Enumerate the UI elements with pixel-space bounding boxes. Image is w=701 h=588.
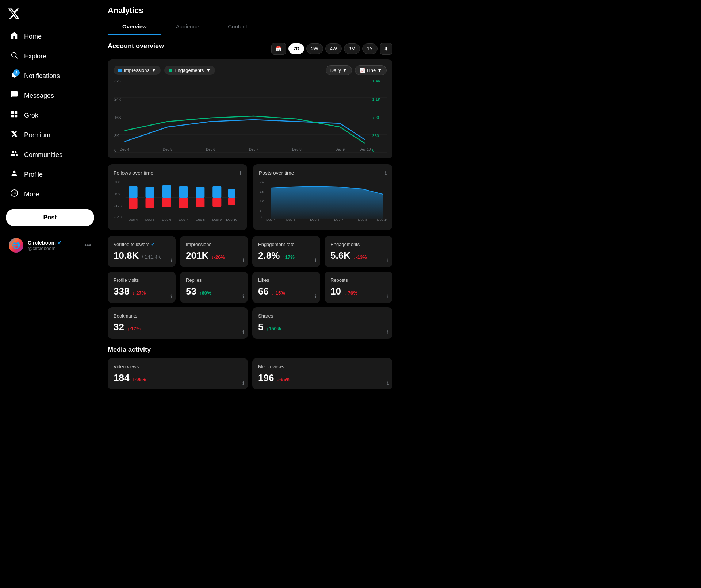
stat-shares: Shares 5 ↑150% ℹ <box>252 307 392 339</box>
tab-overview[interactable]: Overview <box>108 18 161 35</box>
download-button[interactable]: ⬇ <box>380 43 392 55</box>
time-btn-1y[interactable]: 1Y <box>362 43 378 54</box>
svg-rect-45 <box>196 187 204 198</box>
svg-text:Dec 5: Dec 5 <box>163 147 172 151</box>
sidebar-label-grok: Grok <box>24 112 38 119</box>
posts-area-chart: 24 18 12 6 0 Dec 4 <box>259 179 387 223</box>
svg-rect-44 <box>179 198 188 208</box>
svg-text:Dec 4: Dec 4 <box>120 147 129 151</box>
time-btn-3m[interactable]: 3M <box>344 43 360 54</box>
sidebar-item-more[interactable]: More <box>3 185 97 204</box>
stat-impressions: Impressions 201K ↓-26% ℹ <box>180 236 248 267</box>
svg-rect-39 <box>146 187 154 198</box>
logo[interactable] <box>0 3 100 25</box>
tab-content[interactable]: Content <box>213 18 262 35</box>
stat-video-views: Video views 184 ↓-95% ℹ <box>108 358 248 389</box>
info-icon-imp[interactable]: ℹ <box>242 258 244 264</box>
time-btn-2w[interactable]: 2W <box>306 43 323 54</box>
sidebar-label-explore: Explore <box>24 53 46 60</box>
posts-info[interactable]: ℹ <box>385 170 387 176</box>
legend-engagements[interactable]: Engagements ▼ <box>164 66 215 75</box>
svg-text:16K: 16K <box>114 115 122 120</box>
svg-text:6: 6 <box>260 208 261 212</box>
info-icon-er[interactable]: ℹ <box>315 258 317 264</box>
legend-impressions[interactable]: Impressions ▼ <box>114 66 161 75</box>
svg-rect-37 <box>129 186 138 198</box>
grok-icon <box>10 110 18 120</box>
svg-text:18: 18 <box>260 189 264 193</box>
posts-title: Posts over time <box>259 170 294 176</box>
svg-text:Dec 5: Dec 5 <box>286 218 296 221</box>
sidebar-item-home[interactable]: Home <box>3 27 97 46</box>
tab-audience[interactable]: Audience <box>161 18 214 35</box>
info-icon-rp[interactable]: ℹ <box>387 293 389 299</box>
daily-button[interactable]: Daily ▼ <box>326 65 352 75</box>
svg-rect-46 <box>196 198 204 207</box>
line-chart: 32K 24K 16K 8K 0 1.4K 1.1K 700 350 0 Dec… <box>114 80 387 153</box>
sidebar-item-notifications[interactable]: 2Notifications <box>3 66 97 85</box>
info-icon-eng[interactable]: ℹ <box>387 258 389 264</box>
svg-text:Dec 4: Dec 4 <box>129 218 138 221</box>
time-btn-7d[interactable]: 7D <box>288 43 304 54</box>
verified-badge: ✔ <box>57 240 62 246</box>
impressions-chevron: ▼ <box>152 68 156 73</box>
svg-text:24K: 24K <box>114 97 122 101</box>
chart-options: Daily ▼ 📈 Line ▼ <box>326 65 387 75</box>
svg-text:Dec 9: Dec 9 <box>335 147 345 151</box>
svg-text:0: 0 <box>260 215 261 219</box>
svg-line-1 <box>16 57 18 58</box>
stat-row-2: Profile visits 338 ↓-27% ℹ Replies 53 ↑6… <box>108 272 392 303</box>
info-icon-vf[interactable]: ℹ <box>170 258 172 264</box>
sidebar-label-home: Home <box>24 33 42 41</box>
chart-controls: Impressions ▼ Engagements ▼ Daily ▼ 📈 Li… <box>114 65 387 75</box>
sidebar-item-profile[interactable]: Profile <box>3 165 97 184</box>
sidebar-item-communities[interactable]: Communities <box>3 145 97 164</box>
stat-bookmarks: Bookmarks 32 ↓-17% ℹ <box>108 307 248 339</box>
svg-text:Dec 5: Dec 5 <box>145 218 155 221</box>
home-icon <box>10 31 18 42</box>
info-icon-vv[interactable]: ℹ <box>242 380 244 386</box>
info-icon-mv[interactable]: ℹ <box>387 380 389 386</box>
sidebar-item-explore[interactable]: Explore <box>3 47 97 66</box>
profile-more-dots[interactable]: ••• <box>84 242 91 249</box>
info-icon-lik[interactable]: ℹ <box>315 293 317 299</box>
impressions-dot <box>118 69 122 72</box>
engagements-chevron: ▼ <box>206 68 211 73</box>
follows-bar-chart: 768 152 -196 -548 <box>114 179 241 223</box>
profile-handle: @circleboom <box>28 246 80 251</box>
stat-likes: Likes 66 ↓-15% ℹ <box>252 272 320 303</box>
profile-section[interactable]: 🌐 Circleboom ✔ @circleboom ••• <box>3 234 97 257</box>
svg-text:Dec 8: Dec 8 <box>195 218 205 221</box>
media-activity-title: Media activity <box>108 346 392 354</box>
post-button[interactable]: Post <box>6 209 94 226</box>
sidebar-item-premium[interactable]: Premium <box>3 126 97 145</box>
svg-marker-63 <box>271 186 383 219</box>
svg-text:1.1K: 1.1K <box>372 97 381 101</box>
sidebar-label-communities: Communities <box>24 151 62 159</box>
svg-text:Dec 7: Dec 7 <box>249 147 258 151</box>
svg-text:768: 768 <box>114 180 120 184</box>
time-btn-4w[interactable]: 4W <box>325 43 342 54</box>
avatar: 🌐 <box>9 238 23 253</box>
sidebar-item-grok[interactable]: Grok <box>3 106 97 125</box>
line-button[interactable]: 📈 Line ▼ <box>355 65 387 75</box>
svg-text:Dec 7: Dec 7 <box>179 218 188 221</box>
follows-info[interactable]: ℹ <box>240 170 241 176</box>
sidebar: HomeExplore2NotificationsMessagesGrokPre… <box>0 0 100 588</box>
svg-rect-41 <box>162 185 171 198</box>
account-overview-title: Account overview <box>108 42 164 50</box>
stat-row-1: Verified followers ✔ 10.8K / 141.4K ℹ Im… <box>108 236 392 267</box>
info-icon-sh[interactable]: ℹ <box>387 329 389 335</box>
main-content: Analytics Overview Audience Content Acco… <box>100 0 701 588</box>
svg-text:Dec 6: Dec 6 <box>162 218 172 221</box>
engagements-label: Engagements <box>175 68 204 73</box>
info-icon-bm[interactable]: ℹ <box>242 329 244 335</box>
calendar-button[interactable]: 📅 <box>271 43 286 55</box>
svg-rect-40 <box>146 198 154 208</box>
info-icon-pv[interactable]: ℹ <box>170 293 172 299</box>
analytics-title: Analytics <box>108 0 392 18</box>
stat-verified-followers: Verified followers ✔ 10.8K / 141.4K ℹ <box>108 236 176 267</box>
info-icon-rep[interactable]: ℹ <box>242 293 244 299</box>
svg-text:Dec 10: Dec 10 <box>377 218 387 221</box>
sidebar-item-messages[interactable]: Messages <box>3 86 97 105</box>
